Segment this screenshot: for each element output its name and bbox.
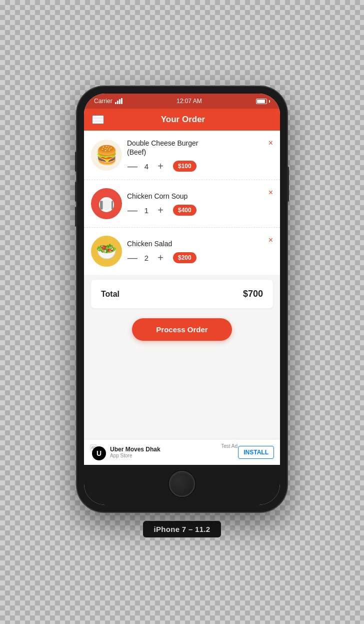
ad-label: Test Ad — [221, 443, 238, 449]
ad-banner: AD U Uber Moves Dhak App Store Test Ad I… — [84, 439, 280, 465]
device-label: iPhone 7 – 11.2 — [143, 521, 222, 537]
remove-soup[interactable]: × — [268, 188, 273, 197]
item-image-burger: 🍔 — [91, 140, 122, 171]
install-button[interactable]: INSTALL — [238, 446, 274, 459]
item-image-salad: 🥗 — [91, 236, 122, 267]
ad-icon: AD U — [90, 444, 106, 460]
item-controls-burger: — 4 + $100 — [127, 161, 273, 172]
item-name-salad: Chicken Salad — [127, 239, 273, 248]
qty-soup: 1 — [143, 206, 150, 215]
order-item-burger: 🍔 Double Cheese Burger(Beef) — 4 + $100 — [84, 131, 280, 180]
process-btn-wrapper: Process Order — [84, 313, 280, 349]
item-controls-salad: — 2 + $200 — [127, 252, 273, 263]
decrease-soup[interactable]: — — [127, 205, 138, 216]
status-bar: Carrier 12:07 AM — [84, 94, 280, 109]
content-area: 🍔 Double Cheese Burger(Beef) — 4 + $100 — [84, 131, 280, 465]
total-value: $700 — [243, 289, 263, 299]
item-name-soup: Chicken Corn Soup — [127, 192, 273, 201]
price-soup: $400 — [173, 205, 196, 216]
ad-title: Uber Moves Dhak — [110, 446, 234, 453]
page-title: Your Order — [104, 115, 262, 125]
hamburger-button[interactable] — [92, 115, 104, 124]
item-details-burger: Double Cheese Burger(Beef) — 4 + $100 — [127, 139, 273, 172]
increase-soup[interactable]: + — [155, 205, 166, 216]
home-button[interactable] — [169, 471, 195, 497]
item-name-burger: Double Cheese Burger(Beef) — [127, 139, 273, 157]
qty-burger: 4 — [143, 162, 150, 171]
item-controls-soup: — 1 + $400 — [127, 205, 273, 216]
svg-rect-5 — [112, 201, 113, 210]
home-area — [84, 465, 280, 505]
battery-area — [256, 99, 270, 104]
decrease-burger[interactable]: — — [127, 161, 138, 172]
remove-burger[interactable]: × — [268, 139, 273, 148]
spacer — [84, 349, 280, 439]
qty-salad: 2 — [143, 254, 150, 262]
remove-salad[interactable]: × — [268, 236, 273, 245]
time-label: 12:07 AM — [176, 98, 202, 105]
item-details-salad: Chicken Salad — 2 + $200 — [127, 239, 273, 263]
svg-rect-3 — [102, 201, 103, 210]
phone-outer: Carrier 12:07 AM — [77, 87, 287, 512]
item-details-soup: Chicken Corn Soup — 1 + $400 — [127, 192, 273, 216]
phone-wrapper: Carrier 12:07 AM — [77, 87, 287, 537]
status-left: Carrier — [94, 98, 122, 105]
total-section: Total $700 — [91, 280, 273, 308]
carrier-label: Carrier — [94, 98, 112, 105]
phone-inner: Carrier 12:07 AM — [84, 94, 280, 505]
soup-plate-icon — [96, 194, 116, 214]
battery-icon — [256, 99, 267, 104]
ad-text: Uber Moves Dhak App Store — [110, 446, 234, 458]
order-item-salad: 🥗 Chicken Salad — 2 + $200 × — [84, 228, 280, 275]
wifi-icon — [115, 98, 122, 104]
nav-bar: Your Order — [84, 109, 280, 131]
item-image-soup — [91, 188, 122, 219]
process-order-button[interactable]: Process Order — [132, 318, 232, 341]
price-salad: $200 — [173, 252, 196, 263]
price-burger: $100 — [173, 161, 196, 172]
decrease-salad[interactable]: — — [127, 252, 138, 263]
uber-logo: U — [92, 446, 106, 460]
increase-burger[interactable]: + — [155, 161, 166, 172]
ad-subtitle: App Store — [110, 453, 234, 458]
increase-salad[interactable]: + — [155, 252, 166, 263]
order-list: 🍔 Double Cheese Burger(Beef) — 4 + $100 — [84, 131, 280, 275]
order-item-soup: Chicken Corn Soup — 1 + $400 × — [84, 180, 280, 228]
total-label: Total — [101, 290, 120, 299]
